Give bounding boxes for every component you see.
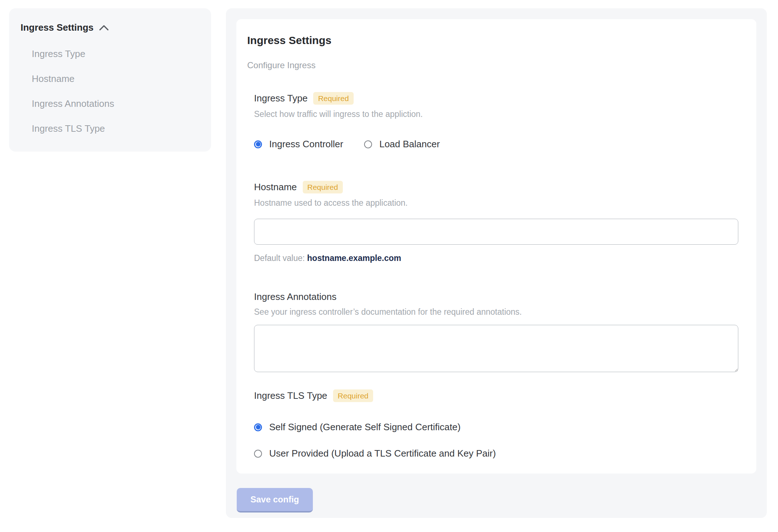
required-badge: Required [303, 181, 343, 193]
hostname-default-line: Default value: hostname.example.com [254, 253, 738, 263]
sidebar-section-header[interactable]: Ingress Settings [21, 22, 200, 33]
chevron-up-icon [99, 25, 109, 31]
sidebar-section-title: Ingress Settings [21, 22, 93, 33]
sidebar-item-ingress-type[interactable]: Ingress Type [32, 48, 200, 60]
ingress-annotations-textarea[interactable] [254, 325, 738, 372]
form-sections: Ingress Type Required Select how traffic… [254, 92, 738, 459]
field-description-ingress-annotations: See your ingress controller’s documentat… [254, 307, 738, 317]
field-label-ingress-type: Ingress Type [254, 93, 307, 104]
sidebar-item-list: Ingress Type Hostname Ingress Annotation… [21, 48, 200, 134]
section-ingress-annotations: Ingress Annotations See your ingress con… [254, 291, 738, 372]
sidebar-item-ingress-tls-type[interactable]: Ingress TLS Type [32, 123, 200, 134]
ingress-settings-card: Ingress Settings Configure Ingress Ingre… [236, 19, 756, 474]
radio-option-ingress-controller[interactable]: Ingress Controller [254, 139, 343, 150]
radio-option-self-signed[interactable]: Self Signed (Generate Self Signed Certif… [254, 422, 738, 433]
default-value-label: Default value: [254, 253, 305, 263]
default-value-text: hostname.example.com [307, 253, 401, 263]
required-badge: Required [333, 389, 373, 402]
hostname-input[interactable] [254, 219, 738, 245]
sidebar-item-hostname[interactable]: Hostname [32, 73, 200, 84]
page-title: Ingress Settings [247, 34, 738, 47]
page-subtitle: Configure Ingress [247, 60, 738, 70]
settings-panel: Ingress Settings Configure Ingress Ingre… [226, 8, 767, 518]
section-hostname: Hostname Required Hostname used to acces… [254, 181, 738, 263]
sidebar-item-ingress-annotations[interactable]: Ingress Annotations [32, 98, 200, 109]
radio-icon [254, 423, 262, 431]
radio-option-load-balancer[interactable]: Load Balancer [364, 139, 440, 150]
radio-icon [254, 140, 262, 148]
field-label-ingress-annotations: Ingress Annotations [254, 291, 336, 302]
field-label-ingress-tls-type: Ingress TLS Type [254, 390, 327, 401]
save-config-button[interactable]: Save config [237, 488, 313, 513]
field-description-ingress-type: Select how traffic will ingress to the a… [254, 109, 738, 119]
settings-sidebar: Ingress Settings Ingress Type Hostname I… [9, 8, 211, 152]
required-badge: Required [313, 92, 353, 105]
ingress-type-radio-group: Ingress Controller Load Balancer [254, 139, 738, 150]
section-ingress-tls-type: Ingress TLS Type Required Self Signed (G… [254, 389, 738, 459]
section-ingress-type: Ingress Type Required Select how traffic… [254, 92, 738, 150]
radio-option-user-provided[interactable]: User Provided (Upload a TLS Certificate … [254, 448, 738, 459]
field-description-hostname: Hostname used to access the application. [254, 198, 738, 208]
radio-icon [364, 140, 372, 148]
radio-icon [254, 450, 262, 458]
field-label-hostname: Hostname [254, 182, 297, 193]
